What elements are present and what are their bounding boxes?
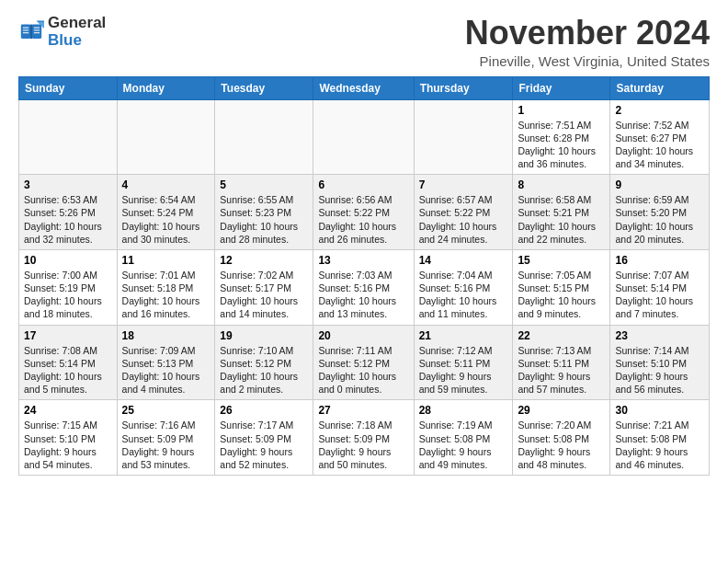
day-info: Sunrise: 6:56 AM Sunset: 5:22 PM Dayligh… xyxy=(318,193,408,246)
weekday-header-cell: Thursday xyxy=(414,76,513,99)
day-info: Sunrise: 6:55 AM Sunset: 5:23 PM Dayligh… xyxy=(220,193,308,246)
calendar-day-cell: 18Sunrise: 7:09 AM Sunset: 5:13 PM Dayli… xyxy=(117,325,215,400)
day-number: 4 xyxy=(122,178,210,191)
calendar-week-row: 10Sunrise: 7:00 AM Sunset: 5:19 PM Dayli… xyxy=(19,249,710,325)
day-number: 8 xyxy=(518,178,605,191)
calendar-day-cell: 7Sunrise: 6:57 AM Sunset: 5:22 PM Daylig… xyxy=(414,175,513,250)
calendar-day-cell xyxy=(313,99,414,175)
logo-icon xyxy=(18,19,44,45)
calendar-day-cell: 29Sunrise: 7:20 AM Sunset: 5:08 PM Dayli… xyxy=(513,400,610,476)
day-info: Sunrise: 7:12 AM Sunset: 5:11 PM Dayligh… xyxy=(419,344,508,396)
title-block: November 2024 Pineville, West Virginia, … xyxy=(465,15,710,69)
day-info: Sunrise: 6:53 AM Sunset: 5:26 PM Dayligh… xyxy=(24,193,112,246)
calendar-day-cell: 25Sunrise: 7:16 AM Sunset: 5:09 PM Dayli… xyxy=(117,400,215,476)
header: General Blue November 2024 Pineville, We… xyxy=(18,15,710,69)
logo: General Blue xyxy=(18,15,106,49)
calendar-day-cell: 1Sunrise: 7:51 AM Sunset: 6:28 PM Daylig… xyxy=(513,99,610,175)
day-number: 28 xyxy=(419,404,508,417)
calendar-day-cell: 10Sunrise: 7:00 AM Sunset: 5:19 PM Dayli… xyxy=(19,249,118,325)
calendar-day-cell: 24Sunrise: 7:15 AM Sunset: 5:10 PM Dayli… xyxy=(19,400,118,476)
calendar-day-cell: 6Sunrise: 6:56 AM Sunset: 5:22 PM Daylig… xyxy=(313,175,414,250)
day-number: 2 xyxy=(615,104,704,117)
day-number: 27 xyxy=(318,404,408,417)
calendar-day-cell: 13Sunrise: 7:03 AM Sunset: 5:16 PM Dayli… xyxy=(313,249,414,325)
day-number: 5 xyxy=(220,178,308,191)
day-number: 17 xyxy=(24,329,112,342)
calendar-day-cell: 15Sunrise: 7:05 AM Sunset: 5:15 PM Dayli… xyxy=(513,249,610,325)
day-number: 11 xyxy=(122,254,210,267)
day-number: 23 xyxy=(615,329,704,342)
day-info: Sunrise: 7:17 AM Sunset: 5:09 PM Dayligh… xyxy=(220,419,308,471)
calendar-day-cell: 8Sunrise: 6:58 AM Sunset: 5:21 PM Daylig… xyxy=(513,175,610,250)
calendar-day-cell: 23Sunrise: 7:14 AM Sunset: 5:10 PM Dayli… xyxy=(610,325,710,400)
day-info: Sunrise: 7:10 AM Sunset: 5:12 PM Dayligh… xyxy=(220,344,308,396)
day-number: 20 xyxy=(318,329,408,342)
calendar-day-cell: 12Sunrise: 7:02 AM Sunset: 5:17 PM Dayli… xyxy=(215,249,313,325)
svg-rect-1 xyxy=(21,24,31,38)
day-info: Sunrise: 7:16 AM Sunset: 5:09 PM Dayligh… xyxy=(122,419,210,471)
calendar-day-cell: 9Sunrise: 6:59 AM Sunset: 5:20 PM Daylig… xyxy=(610,175,710,250)
day-info: Sunrise: 7:19 AM Sunset: 5:08 PM Dayligh… xyxy=(419,419,508,471)
calendar-day-cell: 14Sunrise: 7:04 AM Sunset: 5:16 PM Dayli… xyxy=(414,249,513,325)
calendar-day-cell xyxy=(19,99,118,175)
day-info: Sunrise: 6:57 AM Sunset: 5:22 PM Dayligh… xyxy=(419,193,508,246)
day-info: Sunrise: 7:13 AM Sunset: 5:11 PM Dayligh… xyxy=(518,344,605,396)
calendar-week-row: 24Sunrise: 7:15 AM Sunset: 5:10 PM Dayli… xyxy=(19,400,710,476)
day-number: 15 xyxy=(518,254,605,267)
day-number: 29 xyxy=(518,404,605,417)
calendar-day-cell: 26Sunrise: 7:17 AM Sunset: 5:09 PM Dayli… xyxy=(215,400,313,476)
calendar-day-cell xyxy=(117,99,215,175)
calendar-day-cell xyxy=(215,99,313,175)
day-number: 21 xyxy=(419,329,508,342)
weekday-header-cell: Tuesday xyxy=(215,76,313,99)
day-info: Sunrise: 7:09 AM Sunset: 5:13 PM Dayligh… xyxy=(122,344,210,396)
day-info: Sunrise: 7:01 AM Sunset: 5:18 PM Dayligh… xyxy=(122,269,210,321)
day-info: Sunrise: 6:59 AM Sunset: 5:20 PM Dayligh… xyxy=(615,193,704,246)
calendar-day-cell: 17Sunrise: 7:08 AM Sunset: 5:14 PM Dayli… xyxy=(19,325,118,400)
calendar-day-cell: 22Sunrise: 7:13 AM Sunset: 5:11 PM Dayli… xyxy=(513,325,610,400)
day-info: Sunrise: 7:51 AM Sunset: 6:28 PM Dayligh… xyxy=(518,119,605,171)
calendar-table: SundayMondayTuesdayWednesdayThursdayFrid… xyxy=(18,76,710,476)
day-info: Sunrise: 7:03 AM Sunset: 5:16 PM Dayligh… xyxy=(318,269,408,321)
day-number: 16 xyxy=(615,254,704,267)
calendar-day-cell: 11Sunrise: 7:01 AM Sunset: 5:18 PM Dayli… xyxy=(117,249,215,325)
location-subtitle: Pineville, West Virginia, United States xyxy=(465,53,710,69)
day-number: 18 xyxy=(122,329,210,342)
day-number: 12 xyxy=(220,254,308,267)
day-info: Sunrise: 7:15 AM Sunset: 5:10 PM Dayligh… xyxy=(24,419,112,471)
calendar-day-cell: 3Sunrise: 6:53 AM Sunset: 5:26 PM Daylig… xyxy=(19,175,118,250)
day-info: Sunrise: 7:52 AM Sunset: 6:27 PM Dayligh… xyxy=(615,119,704,171)
day-number: 26 xyxy=(220,404,308,417)
calendar-day-cell: 4Sunrise: 6:54 AM Sunset: 5:24 PM Daylig… xyxy=(117,175,215,250)
page: General Blue November 2024 Pineville, We… xyxy=(0,0,728,487)
day-number: 6 xyxy=(318,178,408,191)
day-number: 9 xyxy=(615,178,704,191)
day-number: 1 xyxy=(518,104,605,117)
day-number: 10 xyxy=(24,254,112,267)
calendar-day-cell: 21Sunrise: 7:12 AM Sunset: 5:11 PM Dayli… xyxy=(414,325,513,400)
month-title: November 2024 xyxy=(465,15,710,52)
calendar-day-cell: 19Sunrise: 7:10 AM Sunset: 5:12 PM Dayli… xyxy=(215,325,313,400)
calendar-day-cell: 27Sunrise: 7:18 AM Sunset: 5:09 PM Dayli… xyxy=(313,400,414,476)
day-info: Sunrise: 7:07 AM Sunset: 5:14 PM Dayligh… xyxy=(615,269,704,321)
day-number: 30 xyxy=(615,404,704,417)
day-info: Sunrise: 7:20 AM Sunset: 5:08 PM Dayligh… xyxy=(518,419,605,471)
day-info: Sunrise: 7:05 AM Sunset: 5:15 PM Dayligh… xyxy=(518,269,605,321)
day-info: Sunrise: 7:11 AM Sunset: 5:12 PM Dayligh… xyxy=(318,344,408,396)
day-number: 19 xyxy=(220,329,308,342)
day-info: Sunrise: 7:14 AM Sunset: 5:10 PM Dayligh… xyxy=(615,344,704,396)
calendar-week-row: 1Sunrise: 7:51 AM Sunset: 6:28 PM Daylig… xyxy=(19,99,710,175)
day-info: Sunrise: 7:02 AM Sunset: 5:17 PM Dayligh… xyxy=(220,269,308,321)
day-number: 22 xyxy=(518,329,605,342)
weekday-header-row: SundayMondayTuesdayWednesdayThursdayFrid… xyxy=(19,76,710,99)
calendar-body: 1Sunrise: 7:51 AM Sunset: 6:28 PM Daylig… xyxy=(19,99,710,475)
day-number: 14 xyxy=(419,254,508,267)
calendar-day-cell: 28Sunrise: 7:19 AM Sunset: 5:08 PM Dayli… xyxy=(414,400,513,476)
weekday-header-cell: Wednesday xyxy=(313,76,414,99)
calendar-week-row: 17Sunrise: 7:08 AM Sunset: 5:14 PM Dayli… xyxy=(19,325,710,400)
day-info: Sunrise: 6:58 AM Sunset: 5:21 PM Dayligh… xyxy=(518,193,605,246)
day-info: Sunrise: 6:54 AM Sunset: 5:24 PM Dayligh… xyxy=(122,193,210,246)
calendar-day-cell: 20Sunrise: 7:11 AM Sunset: 5:12 PM Dayli… xyxy=(313,325,414,400)
svg-rect-2 xyxy=(32,24,42,38)
calendar-day-cell: 5Sunrise: 6:55 AM Sunset: 5:23 PM Daylig… xyxy=(215,175,313,250)
